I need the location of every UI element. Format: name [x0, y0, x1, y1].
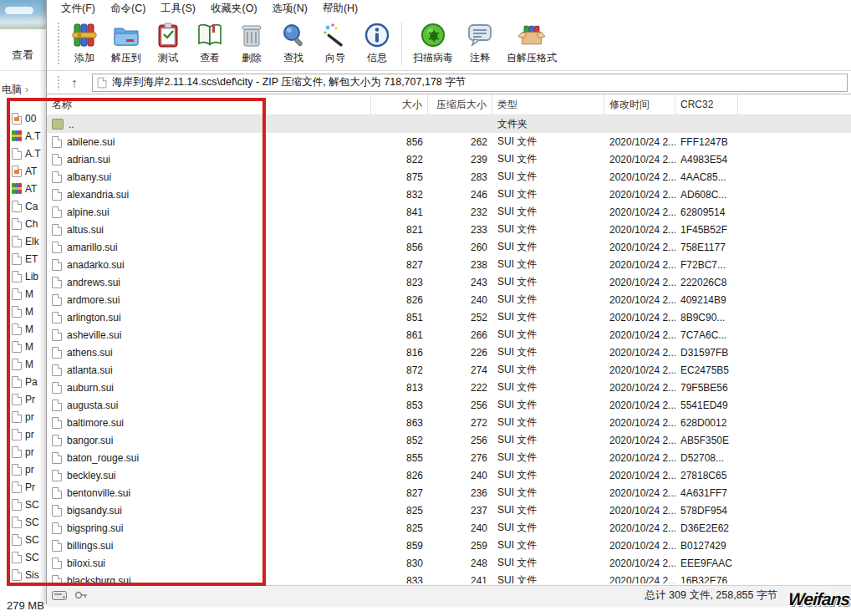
table-row[interactable]: auburn.sui813222SUI 文件2020/10/24 2...79F…: [47, 379, 851, 396]
explorer-item-label: M: [25, 359, 33, 370]
toolbar-button-delete-trash[interactable]: 删除: [231, 18, 273, 67]
explorer-list-item[interactable]: 00: [0, 109, 47, 127]
file-icon: [12, 446, 22, 458]
find-magnifier-icon: [279, 21, 308, 49]
cell-type: SUI 文件: [492, 433, 604, 447]
explorer-list-item[interactable]: SC: [0, 548, 47, 566]
explorer-list-item[interactable]: ET: [0, 250, 47, 267]
table-row[interactable]: alpine.sui841232SUI 文件2020/10/24 2...628…: [47, 203, 851, 221]
table-row[interactable]: abilene.sui856262SUI 文件2020/10/24 2...FF…: [47, 133, 851, 150]
explorer-list-item[interactable]: SC: [0, 513, 47, 531]
explorer-list-item[interactable]: M: [0, 303, 47, 320]
explorer-list-item[interactable]: Pr: [0, 478, 47, 496]
archive-path-combo[interactable]: 海岸到海岸2.11.14.scs\def\city - ZIP 压缩文件, 解包…: [92, 74, 848, 92]
table-row[interactable]: alexandria.sui832246SUI 文件2020/10/24 2..…: [47, 186, 851, 203]
toolbar-button-extract-folder[interactable]: 解压到: [105, 18, 147, 67]
table-row[interactable]: asheville.sui861266SUI 文件2020/10/24 2...…: [47, 326, 851, 344]
explorer-list-item[interactable]: pr: [0, 408, 47, 425]
table-row[interactable]: amarillo.sui856260SUI 文件2020/10/24 2...7…: [47, 238, 851, 256]
menu-favorites[interactable]: 收藏夹(O): [203, 0, 265, 18]
explorer-list-item[interactable]: M: [0, 355, 47, 373]
table-row[interactable]: bigsandy.sui825237SUI 文件2020/10/24 2...5…: [47, 501, 851, 519]
explorer-item-label: Sis: [25, 569, 39, 581]
explorer-list-item[interactable]: AT: [0, 180, 47, 197]
column-header-modified[interactable]: 修改时间: [604, 94, 675, 115]
toolbar-button-wizard-wand[interactable]: 向导: [314, 18, 356, 67]
column-header-size[interactable]: 大小: [371, 94, 428, 115]
table-row[interactable]: beckley.sui826240SUI 文件2020/10/24 2...27…: [47, 466, 851, 484]
menu-options[interactable]: 选项(N): [265, 0, 315, 18]
table-row[interactable]: altus.sui821233SUI 文件2020/10/24 2...1F45…: [47, 221, 851, 238]
drive-icon[interactable]: [50, 589, 69, 601]
table-row[interactable]: adrian.sui822239SUI 文件2020/10/24 2...A49…: [47, 150, 851, 168]
toolbar-button-winrar-books[interactable]: 添加: [64, 18, 105, 67]
table-row[interactable]: biloxi.sui830248SUI 文件2020/10/24 2...EEE…: [47, 554, 851, 572]
column-header-type[interactable]: 类型: [492, 94, 604, 115]
column-header-packed[interactable]: 压缩后大小: [428, 94, 492, 115]
table-row[interactable]: anadarko.sui827238SUI 文件2020/10/24 2...F…: [47, 256, 851, 273]
table-row[interactable]: baltimore.sui863272SUI 文件2020/10/24 2...…: [47, 414, 851, 431]
explorer-list-item[interactable]: Ca: [0, 197, 47, 215]
extract-folder-icon: [112, 21, 140, 49]
column-header-crc32[interactable]: CRC32: [675, 94, 738, 115]
toolbar-gripper[interactable]: [57, 22, 60, 65]
explorer-list-item[interactable]: SC: [0, 496, 47, 513]
table-row[interactable]: bangor.sui852256SUI 文件2020/10/24 2...AB5…: [47, 431, 851, 449]
table-row[interactable]: atlanta.sui872274SUI 文件2020/10/24 2...EC…: [47, 361, 851, 379]
table-row[interactable]: billings.sui859259SUI 文件2020/10/24 2...B…: [47, 537, 851, 554]
table-row[interactable]: augusta.sui853256SUI 文件2020/10/24 2...55…: [47, 396, 851, 414]
explorer-list-item[interactable]: AT: [0, 162, 47, 180]
explorer-list-item[interactable]: M: [0, 338, 47, 355]
explorer-view-tab[interactable]: 查看: [12, 48, 33, 63]
explorer-list-item[interactable]: SC: [0, 531, 47, 548]
explorer-item-label: SC: [25, 517, 39, 528]
explorer-list-item[interactable]: pr: [0, 443, 47, 461]
column-header-name[interactable]: 名称: [47, 94, 371, 115]
cell-crc: EC2475B5: [675, 364, 738, 376]
table-row[interactable]: bigspring.sui825240SUI 文件2020/10/24 2...…: [47, 519, 851, 537]
table-row[interactable]: baton_rouge.sui855276SUI 文件2020/10/24 2.…: [47, 449, 851, 466]
toolbar-button-test-clipboard[interactable]: 测试: [147, 18, 189, 67]
key-icon[interactable]: [72, 589, 90, 601]
screen: 查看 电脑› 00A.TA.TATATCaChElkETLibMMMMMPaPr…: [0, 0, 851, 616]
menu-file[interactable]: 文件(F): [54, 0, 103, 18]
explorer-list-item[interactable]: Pr: [0, 390, 47, 408]
menu-commands[interactable]: 命令(C): [103, 0, 153, 18]
table-row[interactable]: bentonville.sui827236SUI 文件2020/10/24 2.…: [47, 484, 851, 501]
addressbar-gripper[interactable]: [57, 75, 60, 90]
toolbar-button-info-circle[interactable]: 信息: [356, 18, 398, 67]
explorer-list-item[interactable]: M: [0, 320, 47, 338]
explorer-list-item[interactable]: Ch: [0, 215, 47, 232]
table-row[interactable]: albany.sui875283SUI 文件2020/10/24 2...4AA…: [47, 168, 851, 186]
explorer-list-item[interactable]: Elk: [0, 232, 47, 250]
up-directory-button[interactable]: ↑: [64, 74, 85, 92]
explorer-list-item[interactable]: pr: [0, 425, 47, 443]
cell-size: 825: [371, 505, 428, 517]
toolbar-button-find-magnifier[interactable]: 查找: [273, 18, 314, 67]
toolbar-button-comment-bubble[interactable]: 注释: [459, 18, 501, 67]
table-row[interactable]: ardmore.sui826240SUI 文件2020/10/24 2...40…: [47, 291, 851, 308]
cell-size: 827: [371, 259, 428, 271]
table-row[interactable]: athens.sui816226SUI 文件2020/10/24 2...D31…: [47, 344, 851, 361]
table-row[interactable]: arlington.sui851252SUI 文件2020/10/24 2...…: [47, 308, 851, 326]
cell-name: alpine.sui: [47, 206, 371, 218]
menu-help[interactable]: 帮助(H): [315, 0, 365, 18]
cell-packed: 283: [428, 171, 492, 183]
explorer-list-item[interactable]: pr: [0, 461, 47, 478]
explorer-list-item[interactable]: Pa: [0, 373, 47, 390]
explorer-list-item[interactable]: Sis: [0, 566, 47, 583]
toolbar-button-virus-scan[interactable]: 扫描病毒: [407, 18, 459, 67]
explorer-list-item[interactable]: Lib: [0, 267, 47, 285]
cell-size: 813: [371, 382, 428, 394]
table-row[interactable]: blacksburg.sui833241SUI 文件2020/10/24 2..…: [47, 572, 851, 583]
table-row[interactable]: andrews.sui823243SUI 文件2020/10/24 2...22…: [47, 273, 851, 291]
cell-size: 822: [371, 154, 428, 165]
toolbar-button-sfx-box[interactable]: 自解压格式: [501, 18, 563, 67]
toolbar-button-view-book[interactable]: 查看: [189, 18, 231, 67]
explorer-list-item[interactable]: A.T: [0, 145, 47, 162]
updir-row[interactable]: ..文件夹: [47, 115, 851, 133]
menu-tools[interactable]: 工具(S): [153, 0, 203, 18]
explorer-list-item[interactable]: M: [0, 285, 47, 303]
explorer-list-item[interactable]: A.T: [0, 127, 47, 145]
breadcrumb[interactable]: 电脑›: [2, 83, 28, 97]
